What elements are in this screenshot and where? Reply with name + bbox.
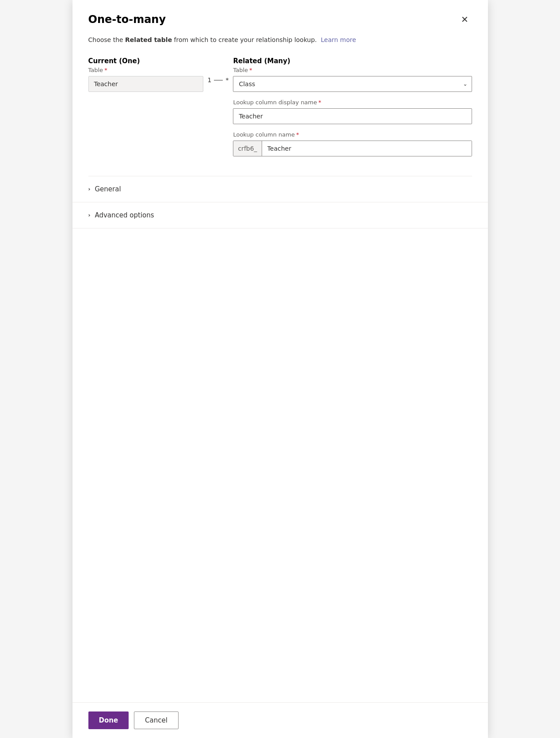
dialog-subtitle: Choose the Related table from which to c… [72,35,488,57]
columns-section: Current (One) Table * Teacher 1 * Relate… [72,57,488,176]
current-one-column: Current (One) Table * Teacher [88,57,203,92]
related-table-required: * [249,67,252,73]
related-many-column: Related (Many) Table * Class Student Cou… [233,57,472,164]
general-section-label: General [95,185,121,193]
related-table-select[interactable]: Class Student Course [233,76,472,92]
related-table-field-group: Table * Class Student Course ⌄ [233,67,472,92]
related-many-header: Related (Many) [233,57,472,65]
lookup-display-required: * [318,99,321,106]
lookup-col-name-label: Lookup column name * [233,131,472,138]
general-section: › General [72,176,488,202]
subtitle-bold: Related table [125,36,172,43]
connector: 1 * [203,57,233,84]
current-table-value: Teacher [88,76,203,92]
related-table-select-wrapper: Class Student Course ⌄ [233,76,472,92]
close-button[interactable]: ✕ [458,12,472,27]
lookup-col-name-prefix: crfb6_ [233,141,262,156]
subtitle-text: Choose the [88,36,126,43]
general-section-toggle[interactable]: › General [88,185,472,193]
advanced-section-label: Advanced options [95,211,154,219]
connector-line [214,80,223,80]
advanced-options-toggle[interactable]: › Advanced options [88,211,472,219]
one-to-many-dialog: One-to-many ✕ Choose the Related table f… [72,0,488,738]
lookup-display-label: Lookup column display name * [233,99,472,106]
dialog-title: One-to-many [88,13,166,26]
subtitle-after: from which to create your relationship l… [172,36,317,43]
lookup-display-name-input[interactable] [233,108,472,124]
connector-one: 1 [208,76,212,84]
dialog-header: One-to-many ✕ [72,0,488,35]
lookup-col-name-wrapper: crfb6_ [233,141,472,156]
lookup-col-name-input[interactable] [262,141,472,156]
current-one-header: Current (One) [88,57,203,65]
lookup-col-name-required: * [296,131,299,138]
advanced-expand-icon: › [88,212,91,218]
related-table-label: Table * [233,67,472,73]
connector-many: * [225,76,229,84]
current-table-required: * [104,67,107,73]
lookup-col-name-field-group: Lookup column name * crfb6_ [233,131,472,156]
cancel-button[interactable]: Cancel [134,711,179,729]
current-table-label: Table * [88,67,203,73]
advanced-options-section: › Advanced options [72,202,488,228]
general-expand-icon: › [88,186,91,192]
done-button[interactable]: Done [88,711,129,729]
lookup-display-name-field-group: Lookup column display name * [233,99,472,124]
dialog-footer: Done Cancel [72,702,488,738]
learn-more-link[interactable]: Learn more [321,36,356,43]
